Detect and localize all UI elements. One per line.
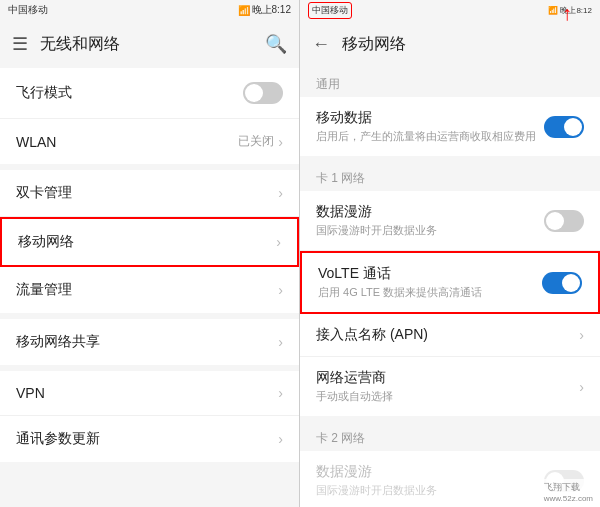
carrier1-content: 网络运营商 手动或自动选择: [316, 369, 579, 404]
time-left: 晚上8:12: [252, 3, 291, 17]
red-arrow-annotation: ↑: [562, 2, 572, 25]
settings-group-card1: 数据漫游 国际漫游时开启数据业务 VoLTE 通话 启用 4G LTE 数据来提…: [300, 191, 600, 416]
menu-section-3: 移动网络共享 ›: [0, 319, 299, 365]
mobile-data-sub: 启用后，产生的流量将由运营商收取相应费用: [316, 129, 544, 144]
mobile-network-label: 移动网络: [18, 233, 276, 251]
left-panel: 中国移动 📶 晚上8:12 ☰ 无线和网络 🔍 飞行模式 WLAN 已关闭: [0, 0, 300, 507]
menu-item-mobile-network[interactable]: 移动网络 ›: [0, 217, 299, 267]
left-page-title: 无线和网络: [40, 34, 265, 55]
right-top-bar: ← 移动网络: [300, 20, 600, 68]
left-top-bar: ☰ 无线和网络 🔍: [0, 20, 299, 68]
airplane-toggle[interactable]: [243, 82, 283, 104]
volte-toggle[interactable]: [542, 272, 582, 294]
comm-update-chevron: ›: [278, 431, 283, 447]
group-header-card1: 卡 1 网络: [300, 162, 600, 191]
watermark-line1: 飞翔下载: [544, 481, 593, 494]
right-carrier-badge: 中国移动: [308, 2, 352, 19]
traffic-chevron: ›: [278, 282, 283, 298]
settings-list: 通用 移动数据 启用后，产生的流量将由运营商收取相应费用 卡 1 网络 数据漫游…: [300, 68, 600, 507]
settings-item-mobile-data[interactable]: 移动数据 启用后，产生的流量将由运营商收取相应费用: [300, 97, 600, 156]
settings-item-apn1[interactable]: 接入点名称 (APN) ›: [300, 314, 600, 357]
menu-item-wlan[interactable]: WLAN 已关闭 ›: [0, 119, 299, 164]
search-icon[interactable]: 🔍: [265, 33, 287, 55]
wlan-chevron: ›: [278, 134, 283, 150]
carrier1-chevron: ›: [579, 379, 584, 395]
right-page-title: 移动网络: [342, 34, 588, 55]
apn1-chevron: ›: [579, 327, 584, 343]
dual-card-label: 双卡管理: [16, 184, 278, 202]
settings-item-carrier1[interactable]: 网络运营商 手动或自动选择 ›: [300, 357, 600, 416]
vpn-label: VPN: [16, 385, 278, 401]
menu-item-traffic[interactable]: 流量管理 ›: [0, 267, 299, 313]
apn1-content: 接入点名称 (APN): [316, 326, 579, 344]
mobile-data-content: 移动数据 启用后，产生的流量将由运营商收取相应费用: [316, 109, 544, 144]
menu-item-airplane[interactable]: 飞行模式: [0, 68, 299, 119]
left-carrier: 中国移动: [8, 3, 48, 17]
hamburger-icon[interactable]: ☰: [12, 33, 28, 55]
volte-content: VoLTE 通话 启用 4G LTE 数据来提供高清通话: [318, 265, 542, 300]
menu-item-dual-card[interactable]: 双卡管理 ›: [0, 170, 299, 217]
traffic-label: 流量管理: [16, 281, 278, 299]
left-menu-list: 飞行模式 WLAN 已关闭 › 双卡管理 › 移动网络 ›: [0, 68, 299, 507]
right-panel: ↑ 中国移动 📶 晚上8:12 ← 移动网络 通用 移动数据 启用后，产生的流量…: [300, 0, 600, 507]
volte-sub: 启用 4G LTE 数据来提供高清通话: [318, 285, 542, 300]
menu-section-1: 飞行模式 WLAN 已关闭 ›: [0, 68, 299, 164]
roaming2-sub: 国际漫游时开启数据业务: [316, 483, 544, 498]
watermark-line2: www.52z.com: [544, 494, 593, 503]
settings-item-volte[interactable]: VoLTE 通话 启用 4G LTE 数据来提供高清通话: [300, 251, 600, 314]
wlan-label: WLAN: [16, 134, 238, 150]
carrier1-title: 网络运营商: [316, 369, 579, 387]
roaming-sub: 国际漫游时开启数据业务: [316, 223, 544, 238]
carrier1-sub: 手动或自动选择: [316, 389, 579, 404]
apn1-title: 接入点名称 (APN): [316, 326, 579, 344]
roaming-title: 数据漫游: [316, 203, 544, 221]
comm-update-label: 通讯参数更新: [16, 430, 278, 448]
menu-item-hotspot[interactable]: 移动网络共享 ›: [0, 319, 299, 365]
signal-icon: 📶: [238, 5, 250, 16]
back-button[interactable]: ←: [312, 34, 330, 55]
vpn-chevron: ›: [278, 385, 283, 401]
menu-item-vpn[interactable]: VPN ›: [0, 371, 299, 416]
airplane-label: 飞行模式: [16, 84, 243, 102]
dual-card-chevron: ›: [278, 185, 283, 201]
volte-title: VoLTE 通话: [318, 265, 542, 283]
settings-item-roaming[interactable]: 数据漫游 国际漫游时开启数据业务: [300, 191, 600, 251]
roaming2-content: 数据漫游 国际漫游时开启数据业务: [316, 463, 544, 498]
hotspot-chevron: ›: [278, 334, 283, 350]
watermark: 飞翔下载 www.52z.com: [539, 479, 598, 505]
mobile-data-title: 移动数据: [316, 109, 544, 127]
roaming2-title: 数据漫游: [316, 463, 544, 481]
settings-group-general: 移动数据 启用后，产生的流量将由运营商收取相应费用: [300, 97, 600, 156]
left-status-bar: 中国移动 📶 晚上8:12: [0, 0, 299, 20]
menu-section-4: VPN › 通讯参数更新 ›: [0, 371, 299, 462]
group-header-card2: 卡 2 网络: [300, 422, 600, 451]
roaming-content: 数据漫游 国际漫游时开启数据业务: [316, 203, 544, 238]
mobile-network-chevron: ›: [276, 234, 281, 250]
menu-item-comm-update[interactable]: 通讯参数更新 ›: [0, 416, 299, 462]
menu-section-2: 双卡管理 › 移动网络 › 流量管理 ›: [0, 170, 299, 313]
mobile-data-toggle[interactable]: [544, 116, 584, 138]
right-signal-icon: 📶: [548, 6, 558, 15]
right-status-bar: 中国移动 📶 晚上8:12: [300, 0, 600, 20]
roaming-toggle[interactable]: [544, 210, 584, 232]
group-header-general: 通用: [300, 68, 600, 97]
wlan-value: 已关闭: [238, 133, 274, 150]
hotspot-label: 移动网络共享: [16, 333, 278, 351]
